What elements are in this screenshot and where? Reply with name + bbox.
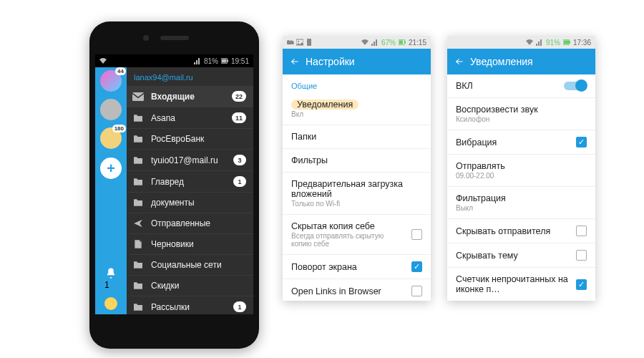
- settings-row[interactable]: Open Links in Browser: [283, 279, 431, 301]
- notification-row[interactable]: Отправлять09.00-22.00: [447, 155, 595, 187]
- svg-rect-1: [222, 59, 227, 63]
- drawer-item-label: Рассылки: [151, 302, 226, 312]
- toggle-switch[interactable]: [564, 82, 587, 90]
- drawer-item[interactable]: Социальные сети: [127, 255, 253, 276]
- checkbox[interactable]: [576, 279, 587, 290]
- notification-row[interactable]: Вибрация: [447, 130, 595, 155]
- settings-row[interactable]: Папки: [283, 125, 431, 149]
- drawer-item[interactable]: документы: [127, 193, 253, 213]
- battery-text: 91%: [546, 39, 560, 47]
- checkbox[interactable]: [576, 137, 587, 147]
- notification-row[interactable]: Воспроизвести звукКсилофон: [447, 98, 595, 130]
- svg-point-8: [298, 41, 299, 42]
- row-subtitle: Только по Wi-fi: [291, 200, 422, 208]
- wifi-icon: [361, 39, 369, 46]
- signal-icon: [536, 39, 543, 46]
- svg-rect-9: [307, 39, 311, 46]
- phone-device-frame: 81% 19:51 44 180 + 1 lanax94@mail.ru: [89, 21, 259, 349]
- notification-row[interactable]: Счетчик непрочитанных на иконке п…: [447, 268, 595, 301]
- row-title: Скрывать тему: [456, 251, 570, 261]
- account-avatar-3[interactable]: 180: [100, 127, 122, 149]
- count-badge: 3: [233, 155, 246, 165]
- phone2-screenshot: 67% 21:15 Настройки Общие УведомленияВкл…: [283, 36, 431, 301]
- checkbox[interactable]: [411, 286, 422, 296]
- image-icon: [296, 39, 303, 46]
- row-subtitle: Всегда отправлять скрытую копию себе: [291, 232, 406, 248]
- notifications-rail-button[interactable]: 1: [104, 267, 117, 290]
- account-avatar-2[interactable]: [100, 99, 122, 120]
- add-account-button[interactable]: +: [100, 158, 122, 179]
- notification-row[interactable]: ФильтрацияВыкл: [447, 187, 595, 219]
- folder-icon: [132, 134, 144, 144]
- appbar-title: Уведомления: [470, 56, 533, 67]
- checkbox[interactable]: [576, 250, 587, 261]
- signal-icon: [194, 57, 201, 64]
- row-title: Воспроизвести звук: [456, 105, 587, 115]
- settings-row[interactable]: Предварительная загрузка вложенийТолько …: [283, 173, 431, 215]
- battery-icon: [221, 57, 228, 64]
- section-header-general: Общие: [283, 74, 431, 93]
- checkbox[interactable]: [576, 226, 587, 236]
- draft-icon: [132, 239, 144, 249]
- drawer-item-label: Главред: [151, 177, 226, 187]
- drawer-item-label: документы: [151, 198, 246, 208]
- folder-icon: [132, 281, 144, 291]
- row-title: Папки: [291, 132, 422, 142]
- settings-row[interactable]: Скрытая копия себеВсегда отправлять скры…: [283, 215, 431, 255]
- drawer-item-label: Черновики: [151, 239, 246, 249]
- clock-text: 19:51: [231, 57, 249, 65]
- row-subtitle: 09.00-22.00: [456, 172, 587, 180]
- battery-icon: [399, 39, 406, 46]
- drawer-item[interactable]: Входящие22: [127, 86, 253, 107]
- folder-icon: [132, 302, 144, 312]
- notification-row[interactable]: ВКЛ: [447, 74, 595, 98]
- drawer-item[interactable]: Рассылки1: [127, 296, 253, 314]
- checkbox[interactable]: [411, 229, 422, 240]
- phone1-screen: 81% 19:51 44 180 + 1 lanax94@mail.ru: [95, 54, 253, 314]
- back-arrow-icon[interactable]: [454, 57, 464, 67]
- drawer-item[interactable]: Главред1: [127, 171, 253, 193]
- notification-row[interactable]: Скрывать отправителя: [447, 219, 595, 243]
- folder-icon: [132, 177, 144, 187]
- notification-row[interactable]: Скрывать тему: [447, 243, 595, 268]
- cloud-icon: [287, 39, 294, 46]
- row-title: Фильтрация: [456, 193, 587, 203]
- account-avatar-1[interactable]: 44: [100, 70, 122, 92]
- drawer-item[interactable]: tyuio017@mail.ru3: [127, 150, 253, 171]
- row-title: ВКЛ: [456, 81, 558, 91]
- phone3-screenshot: 91% 17:36 Уведомления ВКЛВоспроизвести з…: [447, 36, 595, 301]
- statusbar: 81% 19:51: [95, 54, 253, 67]
- drawer-item[interactable]: Черновики: [127, 234, 253, 255]
- settings-row[interactable]: УведомленияВкл: [283, 93, 431, 125]
- row-title: Поворот экрана: [291, 262, 406, 272]
- svg-rect-12: [404, 41, 406, 43]
- row-subtitle: Вкл: [291, 110, 422, 118]
- row-title: Фильтры: [291, 155, 422, 165]
- settings-row[interactable]: Поворот экрана: [283, 255, 431, 279]
- row-subtitle: Выкл: [456, 204, 587, 212]
- drawer-item-label: Скидки: [151, 281, 246, 291]
- drawer-item-label: Входящие: [151, 92, 225, 102]
- checkbox[interactable]: [411, 261, 422, 272]
- phone-icon: [306, 39, 313, 46]
- back-arrow-icon[interactable]: [290, 57, 300, 67]
- wifi-icon: [526, 39, 533, 46]
- folder-icon: [132, 155, 144, 165]
- account-rail: 44 180 + 1: [95, 67, 127, 314]
- drawer-item[interactable]: Отправленные: [127, 213, 253, 234]
- settings-row[interactable]: Фильтры: [283, 149, 431, 173]
- drawer-item[interactable]: Asana11: [127, 107, 253, 129]
- sent-icon: [132, 218, 144, 228]
- svg-rect-2: [227, 59, 228, 62]
- signal-icon: [371, 39, 379, 46]
- row-title: Отправлять: [456, 161, 587, 171]
- drawer-item[interactable]: РосЕвроБанк: [127, 129, 253, 150]
- gear-icon[interactable]: [104, 297, 117, 310]
- row-subtitle: Ксилофон: [456, 115, 587, 123]
- folder-icon: [132, 260, 144, 270]
- battery-icon: [563, 39, 570, 46]
- account-email[interactable]: lanax94@mail.ru: [127, 67, 253, 86]
- drawer-item[interactable]: Скидки: [127, 276, 253, 296]
- svg-rect-14: [564, 41, 570, 44]
- row-title: Скрытая копия себе: [291, 221, 406, 231]
